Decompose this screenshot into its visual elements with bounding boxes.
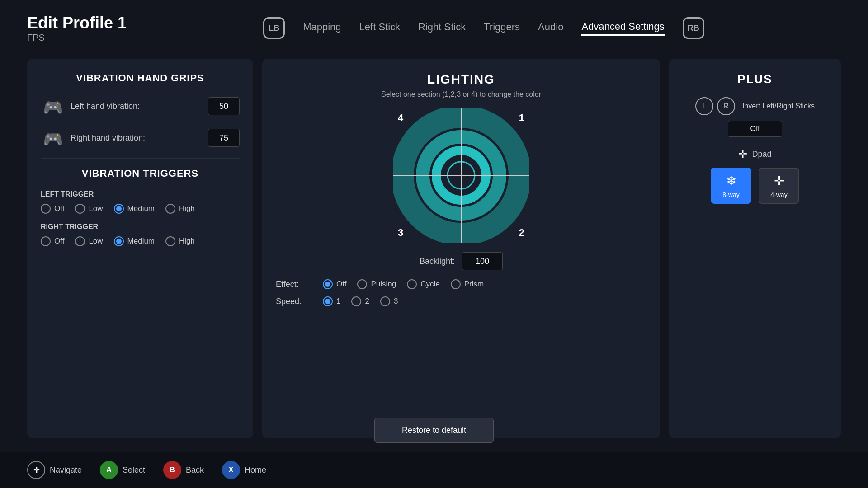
left-hand-value[interactable]: 50: [208, 97, 240, 115]
nav-item-audio[interactable]: Audio: [538, 21, 563, 35]
speed-3[interactable]: 3: [380, 296, 398, 306]
left-trigger-off[interactable]: Off: [41, 204, 64, 214]
vibration-hand-grips-title: VIBRATION HAND GRIPS: [41, 72, 240, 84]
left-trigger-low-radio[interactable]: [75, 204, 85, 214]
lighting-target[interactable]: 1 2 3 4: [393, 108, 529, 243]
center-panel: LIGHTING Select one section (1,2,3 or 4)…: [262, 59, 660, 438]
speed-1-label: 1: [336, 297, 340, 306]
left-trigger-options: Off Low Medium High: [41, 204, 240, 214]
right-hand-value[interactable]: 75: [208, 129, 240, 147]
dpad-8way-label: 8-way: [722, 191, 739, 198]
right-trigger-high[interactable]: High: [165, 236, 195, 246]
profile-subtitle: FPS: [27, 33, 127, 43]
left-trigger-high[interactable]: High: [165, 204, 195, 214]
section-1-label: 1: [519, 112, 524, 124]
speed-3-radio[interactable]: [380, 296, 390, 306]
effect-cycle-radio[interactable]: [407, 279, 417, 289]
speed-1[interactable]: 1: [323, 296, 340, 306]
left-trigger-off-radio[interactable]: [41, 204, 51, 214]
left-hand-label: Left hand vibration:: [71, 102, 201, 111]
left-trigger-medium[interactable]: Medium: [114, 204, 155, 214]
divider-1: [41, 158, 240, 159]
right-trigger-medium[interactable]: Medium: [114, 236, 155, 246]
dpad-title: Dpad: [752, 150, 771, 159]
rb-badge[interactable]: RB: [683, 17, 704, 39]
right-trigger-low[interactable]: Low: [75, 236, 103, 246]
speed-1-radio[interactable]: [323, 296, 333, 306]
dpad-title-row: ✛ Dpad: [738, 148, 771, 160]
left-trigger-medium-radio[interactable]: [114, 204, 124, 214]
speed-3-label: 3: [394, 297, 398, 306]
right-vibration-icon: 🎮: [41, 127, 63, 149]
effect-label: Effect:: [276, 280, 312, 289]
profile-title: Edit Profile 1: [27, 14, 127, 33]
back-btn: B Back: [163, 461, 204, 479]
navigate-label: Navigate: [50, 465, 82, 475]
left-trigger-high-label: High: [179, 204, 195, 213]
section-4-label: 4: [398, 112, 403, 124]
dpad-options: ❄ 8-way ✛ 4-way: [711, 168, 799, 204]
speed-row: Speed: 1 2 3: [276, 296, 646, 306]
header: Edit Profile 1 FPS LB Mapping Left Stick…: [0, 0, 868, 45]
dpad-4way-label: 4-way: [770, 191, 787, 198]
effect-off-label: Off: [336, 280, 346, 289]
invert-label: Invert Left/Right Sticks: [742, 102, 815, 110]
l-badge: L: [695, 97, 713, 115]
speed-2[interactable]: 2: [351, 296, 369, 306]
effect-cycle[interactable]: Cycle: [407, 279, 440, 289]
effect-off-radio[interactable]: [323, 279, 333, 289]
right-trigger-off[interactable]: Off: [41, 236, 64, 246]
effect-prism-radio[interactable]: [451, 279, 461, 289]
left-trigger-medium-label: Medium: [127, 204, 155, 213]
lighting-subtitle: Select one section (1,2,3 or 4) to chang…: [381, 90, 541, 99]
right-trigger-low-radio[interactable]: [75, 236, 85, 246]
dpad-8way-option[interactable]: ❄ 8-way: [711, 168, 751, 204]
section-3-label: 3: [398, 227, 403, 239]
left-trigger-high-radio[interactable]: [165, 204, 175, 214]
right-trigger-low-label: Low: [89, 237, 103, 246]
invert-value-box[interactable]: Off: [728, 121, 782, 137]
left-vibration-icon: 🎮: [41, 95, 63, 117]
left-hand-vibration-row: 🎮 Left hand vibration: 50: [41, 95, 240, 117]
lr-badges-row: L R Invert Left/Right Sticks: [683, 97, 827, 115]
right-trigger-off-radio[interactable]: [41, 236, 51, 246]
svg-text:🎮: 🎮: [43, 129, 63, 149]
vibration-triggers-title: VIBRATION TRIGGERS: [41, 168, 240, 179]
left-trigger-low[interactable]: Low: [75, 204, 103, 214]
right-trigger-high-label: High: [179, 237, 195, 246]
left-trigger-label: LEFT TRIGGER: [41, 190, 240, 198]
effect-pulsing-radio[interactable]: [357, 279, 367, 289]
speed-label: Speed:: [276, 297, 312, 306]
nav-area: LB Mapping Left Stick Right Stick Trigge…: [263, 17, 704, 39]
dpad-4way-option[interactable]: ✛ 4-way: [759, 168, 799, 204]
effect-prism[interactable]: Prism: [451, 279, 484, 289]
left-trigger-off-label: Off: [54, 204, 64, 213]
speed-2-radio[interactable]: [351, 296, 361, 306]
nav-item-left-stick[interactable]: Left Stick: [359, 21, 400, 35]
right-trigger-label: RIGHT TRIGGER: [41, 223, 240, 231]
plus-title: PLUS: [683, 72, 827, 86]
backlight-label: Backlight:: [420, 257, 455, 266]
nav-item-advanced-settings[interactable]: Advanced Settings: [581, 21, 664, 36]
nav-item-mapping[interactable]: Mapping: [303, 21, 341, 35]
dpad-4way-icon: ✛: [774, 174, 784, 188]
right-trigger-medium-radio[interactable]: [114, 236, 124, 246]
dpad-8way-icon: ❄: [726, 174, 736, 188]
effect-off[interactable]: Off: [323, 279, 346, 289]
lb-badge[interactable]: LB: [263, 17, 285, 39]
right-trigger-medium-label: Medium: [127, 237, 155, 246]
nav-item-triggers[interactable]: Triggers: [484, 21, 520, 35]
right-trigger-high-radio[interactable]: [165, 236, 175, 246]
effect-pulsing-label: Pulsing: [371, 280, 396, 289]
nav-item-right-stick[interactable]: Right Stick: [418, 21, 466, 35]
right-hand-vibration-row: 🎮 Right hand vibration: 75: [41, 127, 240, 149]
speed-2-label: 2: [365, 297, 369, 306]
navigate-btn: ✛ Navigate: [27, 461, 82, 479]
backlight-value[interactable]: 100: [462, 252, 503, 270]
restore-button[interactable]: Restore to default: [374, 418, 494, 443]
x-button-icon: X: [222, 461, 240, 479]
left-trigger-low-label: Low: [89, 204, 103, 213]
effect-cycle-label: Cycle: [420, 280, 440, 289]
effect-pulsing[interactable]: Pulsing: [357, 279, 396, 289]
dpad-section: ✛ Dpad ❄ 8-way ✛ 4-way: [683, 148, 827, 204]
